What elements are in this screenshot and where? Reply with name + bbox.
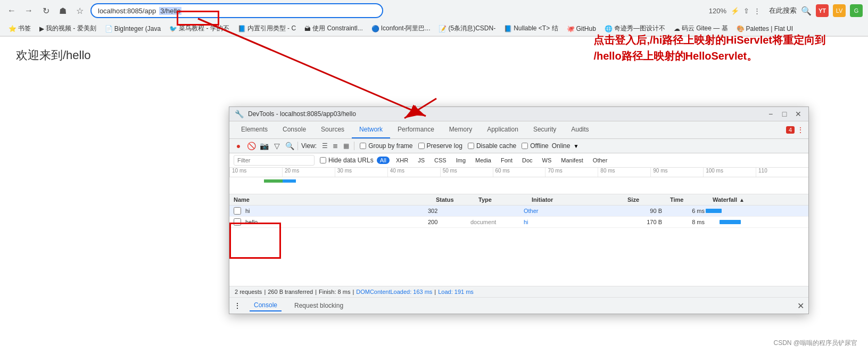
ruler-mark-9: 90 ms [650, 168, 703, 177]
row1-checkbox[interactable] [234, 207, 241, 215]
sort-arrow-icon[interactable]: ▲ [739, 197, 745, 203]
address-bar[interactable]: localhost:8085/app3/hello [90, 3, 383, 18]
online-dropdown[interactable]: Online [552, 142, 571, 150]
tab-sources[interactable]: Sources [313, 121, 352, 138]
ruler-mark-3: 30 ms [335, 168, 387, 177]
bookmark-item-7[interactable]: 🔵 Iconfont-阿里巴... [368, 23, 434, 34]
record-button[interactable]: ● [234, 141, 243, 151]
row2-status: 200 [428, 219, 470, 225]
forward-button[interactable]: → [22, 4, 35, 17]
view-list-icon[interactable]: ☰ [320, 141, 329, 151]
tab-application[interactable]: Application [480, 121, 526, 138]
offline-checkbox[interactable] [522, 143, 528, 149]
ruler-mark-8: 80 ms [598, 168, 650, 177]
filter-img[interactable]: Img [453, 157, 469, 164]
view-large-icon[interactable]: ≣ [330, 141, 340, 151]
bookmark-label-10: GitHub [576, 25, 596, 32]
bookmark-label-1: 书签 [18, 24, 31, 33]
waterfall-bar-2 [720, 220, 741, 224]
close-button[interactable]: ✕ [793, 109, 803, 119]
ruler-mark-5: 50 ms [440, 168, 493, 177]
bookmark-label-7: Iconfont-阿里巴... [381, 24, 431, 33]
disable-cache-checkbox[interactable] [468, 143, 474, 149]
row2-name: hello [234, 218, 428, 226]
search-network-button[interactable]: 🔍 [285, 141, 294, 151]
filter-js[interactable]: JS [415, 157, 428, 164]
hide-data-urls-checkbox[interactable] [320, 157, 326, 163]
row1-size: 90 B [619, 208, 662, 214]
filter-other[interactable]: Other [590, 157, 611, 164]
tab-elements[interactable]: Elements [234, 121, 275, 138]
load-link[interactable]: Load: 191 ms [438, 289, 474, 295]
offline-group: Offline [522, 142, 548, 150]
back-button[interactable]: ← [5, 4, 18, 17]
tab-memory[interactable]: Memory [442, 121, 480, 138]
preserve-log-checkbox[interactable] [418, 143, 425, 149]
tab-security[interactable]: Security [526, 121, 564, 138]
more-icon[interactable]: ⋮ [797, 126, 804, 134]
bookmark-button[interactable]: ☆ [73, 4, 86, 17]
bookmark-item-6[interactable]: 🏔 使用 Constraintl... [301, 23, 366, 34]
row2-type: document [470, 219, 524, 225]
filter-manifest[interactable]: Manifest [558, 157, 586, 164]
filter-xhr[interactable]: XHR [393, 157, 411, 164]
ruler-mark-10: 100 ms [703, 168, 756, 177]
view-waterfall-icon[interactable]: ▦ [341, 141, 351, 151]
bookmark-label-4: 菜鸟教程 - 学的不 [179, 24, 229, 33]
devtools-statusbar: 2 requests | 260 B transferred | Finish:… [229, 286, 808, 297]
tab-network[interactable]: Network [352, 121, 390, 138]
pipe-2: | [315, 289, 317, 295]
tab-audits[interactable]: Audits [564, 121, 596, 138]
filter-doc[interactable]: Doc [519, 157, 536, 164]
console-menu-icon[interactable]: ⋮ [234, 301, 241, 310]
filter-input[interactable] [234, 155, 315, 166]
filter-button[interactable]: ▽ [272, 141, 282, 151]
video-icon: ▶ [39, 25, 44, 32]
web-icon: 🌐 [605, 25, 613, 32]
bookmark-item-3[interactable]: 📄 BigInteger (Java [102, 24, 164, 34]
ruler-mark-11: 110 [756, 168, 808, 177]
console-tab-active[interactable]: Console [250, 300, 282, 311]
header-status: Status [436, 196, 478, 203]
filter-css[interactable]: CSS [431, 157, 450, 164]
bookmark-item-5[interactable]: 📘 内置引用类型 - C [235, 23, 299, 34]
row2-checkbox[interactable] [234, 218, 241, 226]
extension-icon-1[interactable]: YT [816, 4, 829, 17]
minimize-button[interactable]: − [766, 109, 775, 119]
maximize-button[interactable]: □ [780, 109, 789, 119]
dropdown-arrow-icon[interactable]: ▼ [573, 143, 578, 149]
search-icon[interactable]: 🔍 [801, 6, 812, 16]
bookmark-label-5: 内置引用类型 - C [247, 24, 296, 33]
book-icon-1: 📘 [238, 25, 246, 32]
filter-media[interactable]: Media [472, 157, 494, 164]
filter-ws[interactable]: WS [539, 157, 555, 164]
home-button[interactable]: ☗ [56, 4, 69, 17]
domcontentloaded-link[interactable]: DOMContentLoaded: 163 ms [356, 289, 432, 295]
bookmark-item-4[interactable]: 🐦 菜鸟教程 - 学的不 [166, 23, 233, 34]
filter-all[interactable]: All [377, 157, 390, 164]
group-by-frame-checkbox[interactable] [360, 143, 366, 149]
bookmark-item-9[interactable]: 📘 Nullable <T> 结 [501, 23, 561, 34]
search-placeholder: 在此搜索 [769, 6, 797, 15]
annotation-line2: /hello路径上映射的HelloServlet。 [593, 48, 825, 64]
filter-font[interactable]: Font [498, 157, 516, 164]
ruler-mark-4: 40 ms [387, 168, 440, 177]
tab-performance[interactable]: Performance [390, 121, 442, 138]
row2-initiator[interactable]: hi [524, 219, 619, 225]
bookmark-item-8[interactable]: 📝 (5条消息)CSDN- [435, 23, 499, 34]
view-icons: ☰ ≣ ▦ [320, 141, 351, 151]
timeline-area: 10 ms 20 ms 30 ms 40 ms 50 ms 60 ms 70 m… [229, 168, 808, 194]
table-row[interactable]: hi 302 Other 90 B 6 ms [229, 206, 808, 217]
table-row[interactable]: hello 200 document hi 170 B 8 ms [229, 217, 808, 228]
filter-bar: Hide data URLs All XHR JS CSS Img Media … [229, 153, 808, 168]
clear-button[interactable]: 🚫 [246, 141, 256, 151]
bookmark-item-1[interactable]: ⭐ 书签 [5, 23, 34, 34]
tab-console[interactable]: Console [275, 121, 313, 138]
reload-button[interactable]: ↻ [39, 4, 52, 17]
bookmark-item-2[interactable]: ▶ 我的视频 - 爱美刻 [36, 23, 100, 34]
camera-button[interactable]: 📷 [259, 141, 269, 151]
extension-icon-3[interactable]: G [850, 4, 863, 17]
console-tab-request-blocking[interactable]: Request blocking [290, 300, 348, 311]
extension-icon-2[interactable]: LV [833, 4, 846, 17]
console-close-button[interactable]: ✕ [797, 301, 804, 311]
